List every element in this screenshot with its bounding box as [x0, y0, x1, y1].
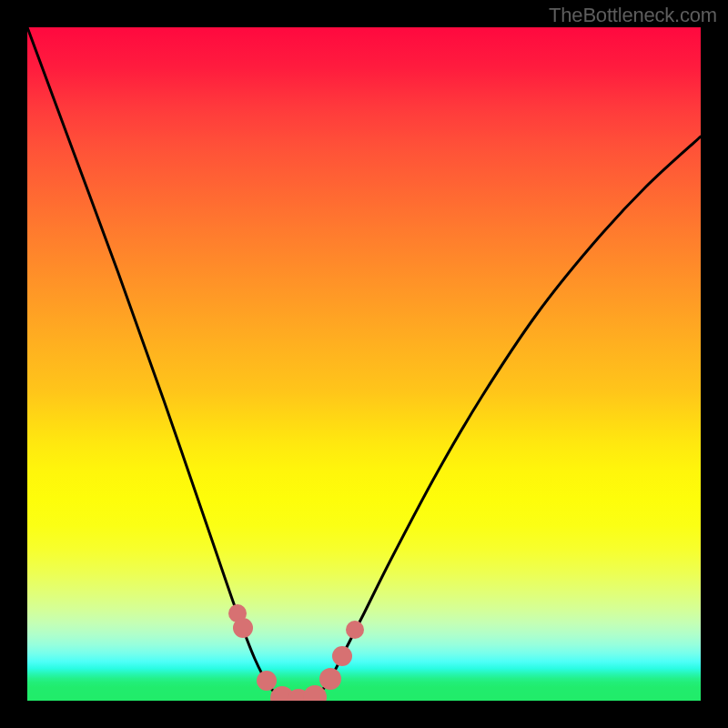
bottleneck-curve	[27, 27, 701, 701]
plot-area	[27, 27, 701, 701]
data-marker	[233, 618, 253, 638]
data-marker	[257, 671, 277, 691]
data-marker	[332, 646, 352, 666]
data-marker	[346, 621, 364, 639]
data-marker	[319, 668, 341, 690]
watermark-text: TheBottleneck.com	[549, 4, 717, 27]
curve-svg	[27, 27, 701, 701]
marker-group	[228, 604, 364, 701]
chart-frame: TheBottleneck.com	[0, 0, 728, 728]
